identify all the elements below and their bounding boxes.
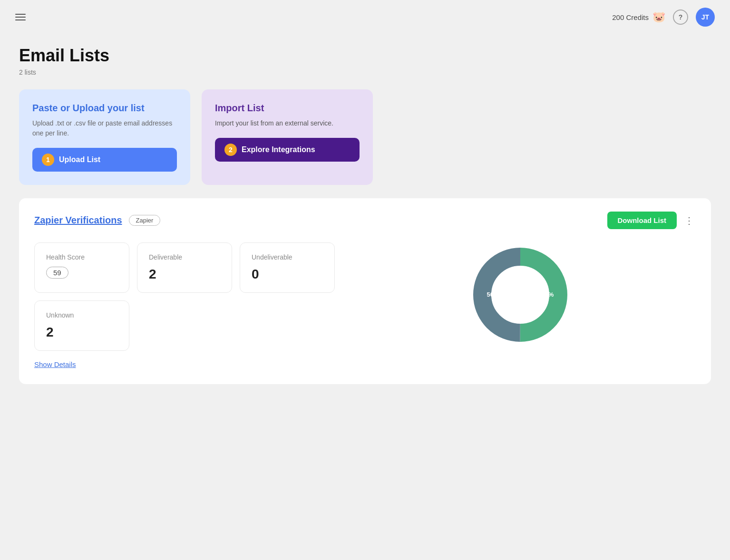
health-score-card: Health Score 59 [34,242,129,293]
piggy-icon: 🐷 [652,11,665,23]
upload-list-button[interactable]: 1 Upload List [32,148,177,172]
page-title: Email Lists [19,46,711,66]
import-card: Import List Import your list from an ext… [202,89,373,185]
unknown-card: Unknown 2 [34,300,129,351]
download-list-button[interactable]: Download List [607,212,677,229]
donut-chart: 50.0% 50.0% [468,242,573,347]
deliverable-card: Deliverable 2 [137,242,232,293]
show-details-link[interactable]: Show Details [34,360,76,368]
upload-card-title: Paste or Upload your list [32,103,177,114]
undeliverable-card: Undeliverable 0 [240,242,335,293]
stats-row-top: Health Score 59 Deliverable 2 Undelivera… [34,242,335,293]
undeliverable-value: 0 [252,267,323,282]
more-icon: ⋮ [684,215,694,226]
list-name-link[interactable]: Zapier Verifications [34,215,122,226]
credits-area: 200 Credits 🐷 [612,11,665,23]
more-options-button[interactable]: ⋮ [682,213,696,228]
explore-integrations-button[interactable]: 2 Explore Integrations [215,138,360,162]
header-right: 200 Credits 🐷 ? JT [612,8,715,27]
avatar[interactable]: JT [696,8,715,27]
list-panel-actions: Download List ⋮ [607,212,696,229]
undeliverable-label: Undeliverable [252,253,323,261]
list-badge: Zapier [129,215,161,226]
help-button[interactable]: ? [673,10,688,25]
chart-unknown-pct: 50.0% [487,291,504,298]
unknown-label: Unknown [46,311,117,319]
list-panel-header: Zapier Verifications Zapier Download Lis… [34,212,696,229]
import-card-desc: Import your list from an external servic… [215,118,360,128]
list-panel-title-area: Zapier Verifications Zapier [34,215,160,226]
header: 200 Credits 🐷 ? JT [0,0,730,34]
upload-btn-number: 1 [42,154,54,166]
upload-cards: Paste or Upload your list Upload .txt or… [19,89,711,185]
upload-card-desc: Upload .txt or .csv file or paste email … [32,118,177,138]
header-left [15,14,26,20]
credits-text: 200 Credits [612,13,649,21]
unknown-value: 2 [46,325,117,340]
page-subtitle: 2 lists [19,68,711,76]
menu-button[interactable] [15,14,26,20]
stats-row: Health Score 59 Deliverable 2 Undelivera… [34,242,696,351]
stats-cards-col: Health Score 59 Deliverable 2 Undelivera… [34,242,335,351]
list-panel: Zapier Verifications Zapier Download Lis… [19,198,711,384]
health-score-label: Health Score [46,253,117,261]
upload-btn-label: Upload List [59,155,100,164]
chart-deliverable-pct: 50.0% [536,291,554,298]
chart-container: 50.0% 50.0% [344,242,696,347]
page-content: Email Lists 2 lists Paste or Upload your… [0,34,730,403]
deliverable-label: Deliverable [149,253,220,261]
import-btn-number: 2 [224,144,237,156]
upload-card: Paste or Upload your list Upload .txt or… [19,89,190,185]
deliverable-value: 2 [149,267,220,282]
health-score-value: 59 [46,267,68,279]
import-btn-label: Explore Integrations [242,145,315,154]
import-card-title: Import List [215,103,360,114]
